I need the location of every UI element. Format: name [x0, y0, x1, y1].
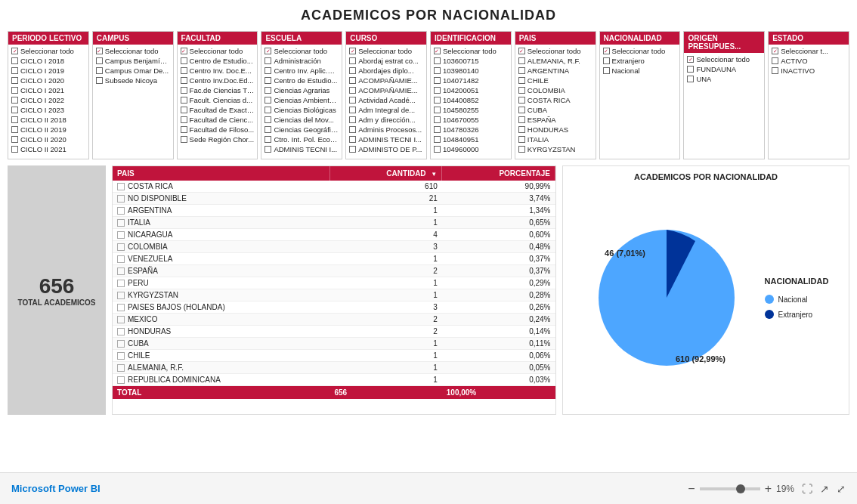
filter-item-pais-10[interactable]: KYRGYZSTAN: [517, 144, 594, 154]
filter-item-pais-6[interactable]: CUBA: [517, 105, 594, 115]
filter-checkbox-facultad-4[interactable]: [181, 87, 187, 94]
filter-checkbox-facultad-0[interactable]: [181, 48, 187, 54]
filter-checkbox-nacionalidad-2[interactable]: [603, 67, 610, 74]
filter-checkbox-origen_presupuesto-0[interactable]: [687, 56, 694, 63]
filter-checkbox-escuela-5[interactable]: [265, 97, 271, 104]
filter-item-escuela-9[interactable]: Ctro. Int. Pol. Econ...: [263, 135, 340, 144]
filter-item-estado-2[interactable]: INACTIVO: [770, 66, 847, 76]
fullscreen-icon[interactable]: ⛶: [802, 483, 812, 495]
table-row[interactable]: NO DISPONIBLE213,74%: [113, 193, 555, 205]
filter-checkbox-pais-2[interactable]: [518, 67, 525, 74]
filter-item-escuela-10[interactable]: ADMINIS TECNI I...: [263, 144, 340, 154]
zoom-slider[interactable]: [700, 487, 760, 490]
filter-item-escuela-6[interactable]: Ciencias Biológicas: [263, 105, 340, 115]
filter-item-identificacion-3[interactable]: 104071482: [432, 76, 509, 85]
filter-checkbox-periodo_lectivo-0[interactable]: [11, 48, 18, 54]
filter-item-pais-4[interactable]: COLOMBIA: [517, 85, 594, 95]
powerbi-link[interactable]: Microsoft Power BI: [11, 483, 101, 494]
filter-item-identificacion-0[interactable]: Seleccionar todo: [432, 46, 509, 56]
filter-checkbox-pais-7[interactable]: [518, 116, 525, 123]
filter-checkbox-escuela-9[interactable]: [265, 136, 271, 143]
table-row[interactable]: CUBA10,11%: [113, 338, 555, 350]
row-checkbox[interactable]: [117, 376, 125, 384]
filter-checkbox-curso-2[interactable]: [349, 67, 356, 74]
filter-item-facultad-7[interactable]: Facultad de Cienc...: [179, 115, 256, 125]
filter-item-pais-7[interactable]: ESPAÑA: [517, 115, 594, 125]
filter-item-identificacion-9[interactable]: 104840951: [432, 135, 509, 144]
filter-checkbox-identificacion-1[interactable]: [434, 57, 441, 64]
filter-checkbox-curso-1[interactable]: [349, 57, 356, 64]
filter-checkbox-periodo_lectivo-5[interactable]: [11, 97, 18, 104]
filter-checkbox-periodo_lectivo-7[interactable]: [11, 116, 18, 123]
filter-item-facultad-1[interactable]: Centro de Estudio...: [179, 56, 256, 66]
filter-item-origen_presupuesto-2[interactable]: UNA: [685, 74, 763, 84]
col-porcentaje[interactable]: PORCENTAJE: [442, 166, 555, 181]
table-row[interactable]: COLOMBIA30,48%: [113, 241, 555, 253]
filter-checkbox-pais-10[interactable]: [518, 146, 525, 153]
filter-item-escuela-0[interactable]: Seleccionar todo: [263, 46, 340, 56]
table-row[interactable]: KYRGYZSTAN10,28%: [113, 289, 555, 301]
filter-item-curso-7[interactable]: Adm y dirección...: [348, 115, 425, 125]
row-checkbox[interactable]: [117, 207, 125, 215]
filter-checkbox-periodo_lectivo-6[interactable]: [11, 107, 18, 113]
filter-checkbox-escuela-1[interactable]: [265, 57, 271, 64]
filter-item-escuela-1[interactable]: Administración: [263, 56, 340, 66]
filter-checkbox-estado-0[interactable]: [772, 48, 778, 54]
filter-item-campus-3[interactable]: Subsede Nicoya: [94, 76, 172, 85]
table-row[interactable]: REPUBLICA DOMINICANA10,03%: [113, 374, 555, 386]
filter-item-periodo_lectivo-6[interactable]: CICLO I 2023: [10, 105, 87, 115]
row-checkbox[interactable]: [117, 255, 125, 263]
filter-checkbox-periodo_lectivo-3[interactable]: [11, 77, 18, 84]
filter-checkbox-pais-0[interactable]: [518, 48, 525, 54]
row-checkbox[interactable]: [117, 280, 125, 287]
filter-item-pais-3[interactable]: CHILE: [517, 76, 594, 85]
row-checkbox[interactable]: [117, 183, 125, 190]
table-row[interactable]: ESPAÑA20,37%: [113, 265, 555, 277]
filter-checkbox-pais-1[interactable]: [518, 57, 525, 64]
filter-checkbox-periodo_lectivo-10[interactable]: [11, 146, 18, 153]
filter-checkbox-campus-3[interactable]: [96, 77, 103, 84]
filter-checkbox-curso-10[interactable]: [349, 146, 356, 153]
filter-item-periodo_lectivo-5[interactable]: CICLO I 2022: [10, 95, 87, 105]
filter-checkbox-facultad-8[interactable]: [181, 126, 187, 133]
filter-item-curso-0[interactable]: Seleccionar todo: [348, 46, 425, 56]
row-checkbox[interactable]: [117, 364, 125, 372]
filter-item-campus-2[interactable]: Campus Omar De...: [94, 66, 172, 76]
filter-checkbox-campus-0[interactable]: [96, 48, 103, 54]
filter-item-pais-8[interactable]: HONDURAS: [517, 125, 594, 135]
filter-checkbox-identificacion-2[interactable]: [434, 67, 441, 74]
filter-checkbox-facultad-9[interactable]: [181, 136, 187, 143]
filter-checkbox-periodo_lectivo-9[interactable]: [11, 136, 18, 143]
filter-checkbox-identificacion-5[interactable]: [434, 97, 441, 104]
filter-item-nacionalidad-2[interactable]: Nacional: [602, 66, 679, 76]
filter-checkbox-curso-4[interactable]: [349, 87, 356, 94]
filter-item-identificacion-7[interactable]: 104670055: [432, 115, 509, 125]
row-checkbox[interactable]: [117, 352, 125, 360]
table-row[interactable]: COSTA RICA61090,99%: [113, 181, 555, 193]
filter-item-curso-3[interactable]: ACOMPAÑAMIE...: [348, 76, 425, 85]
filter-item-curso-4[interactable]: ACOMPAÑAMIE...: [348, 85, 425, 95]
col-cantidad[interactable]: CANTIDAD ▼: [329, 166, 441, 181]
filter-checkbox-periodo_lectivo-2[interactable]: [11, 67, 18, 74]
filter-checkbox-escuela-8[interactable]: [265, 126, 271, 133]
table-row[interactable]: PERU10,29%: [113, 277, 555, 289]
filter-item-estado-1[interactable]: ACTIVO: [770, 56, 847, 66]
filter-item-pais-2[interactable]: ARGENTINA: [517, 66, 594, 76]
filter-checkbox-escuela-0[interactable]: [265, 48, 271, 54]
filter-checkbox-curso-9[interactable]: [349, 136, 356, 143]
row-checkbox[interactable]: [117, 243, 125, 251]
row-checkbox[interactable]: [117, 340, 125, 348]
filter-checkbox-identificacion-10[interactable]: [434, 146, 441, 153]
filter-item-facultad-5[interactable]: Facult. Ciencias d...: [179, 95, 256, 105]
filter-checkbox-curso-3[interactable]: [349, 77, 356, 84]
filter-checkbox-facultad-1[interactable]: [181, 57, 187, 64]
filter-checkbox-escuela-6[interactable]: [265, 107, 271, 113]
filter-item-facultad-9[interactable]: Sede Región Chor...: [179, 135, 256, 144]
row-checkbox[interactable]: [117, 328, 125, 335]
filter-checkbox-origen_presupuesto-2[interactable]: [687, 76, 694, 82]
filter-item-escuela-5[interactable]: Ciencias Ambienta...: [263, 95, 340, 105]
filter-item-escuela-3[interactable]: Centro de Estudio...: [263, 76, 340, 85]
share-icon[interactable]: ↗: [820, 483, 829, 495]
filter-checkbox-facultad-5[interactable]: [181, 97, 187, 104]
filter-checkbox-periodo_lectivo-8[interactable]: [11, 126, 18, 133]
